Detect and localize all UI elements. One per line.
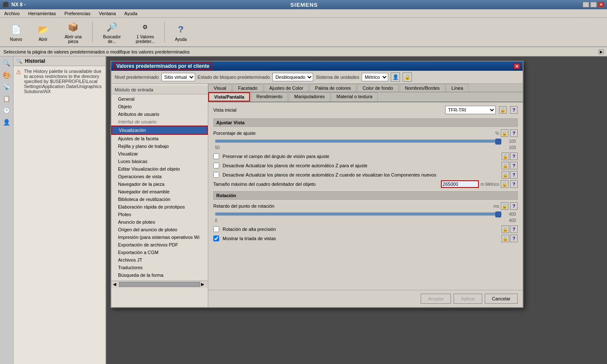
checkbox3[interactable] xyxy=(213,172,219,178)
tab-linea[interactable]: Línea xyxy=(446,84,469,92)
menu-archivo[interactable]: Archivo xyxy=(2,10,22,17)
retardo-help[interactable]: ? xyxy=(510,202,518,210)
slider-fill-2 xyxy=(215,213,501,215)
checkbox3-help[interactable]: ? xyxy=(510,171,518,179)
nav-busqueda[interactable]: Búsqueda de la forma xyxy=(111,271,208,279)
tab-manipuladores[interactable]: Manipuladores xyxy=(289,92,330,102)
tab-facetado[interactable]: Facetado xyxy=(233,84,263,92)
vista-inicial-select[interactable]: TFR-TRI xyxy=(445,106,496,114)
porcentaje-slider[interactable] xyxy=(215,139,502,144)
retardo-slider[interactable] xyxy=(215,211,502,217)
checkbox3-lock[interactable]: 🔒 xyxy=(502,171,509,179)
toolbar-buscador[interactable]: 🔎 Buscadorde... xyxy=(96,19,128,45)
menu-ayuda[interactable]: Ayuda xyxy=(122,10,140,17)
nav-rejilla[interactable]: Rejilla y plano de trabajo xyxy=(111,142,208,150)
checkbox5-lock[interactable]: 🔒 xyxy=(502,235,509,242)
nav-biblioteca[interactable]: Biblioteca de reutilización xyxy=(111,195,208,203)
close-button[interactable]: ✕ xyxy=(598,2,604,8)
nav-exportacion-cgm[interactable]: Exportación a CGM xyxy=(111,249,208,256)
topbar-icon2[interactable]: 🔒 xyxy=(403,72,412,82)
titlebar-title: NX 8 - xyxy=(11,2,26,8)
tab-paleta-colores[interactable]: Paleta de colores xyxy=(309,84,356,92)
checkbox4[interactable] xyxy=(213,226,219,232)
retardo-lock[interactable]: 🔒 xyxy=(501,202,508,210)
nav-luces[interactable]: Luces básicas xyxy=(111,158,208,165)
nav-scroll-thumb[interactable] xyxy=(119,282,200,287)
nav-origen[interactable]: Origen del anuncio de ploteo xyxy=(111,226,208,233)
topbar-icon1[interactable]: 👤 xyxy=(391,72,400,82)
nav-faceta[interactable]: Ajustes de la faceta xyxy=(111,135,208,142)
nav-ploteo[interactable]: Ploteo xyxy=(111,211,208,218)
checkbox1-lock[interactable]: 🔒 xyxy=(502,153,509,160)
nav-editar-vis[interactable]: Editar Visualización del objeto xyxy=(111,165,208,173)
checkbox2-help[interactable]: ? xyxy=(510,162,518,169)
nav-exportacion-pdf[interactable]: Exportación de archivos PDF xyxy=(111,241,208,249)
nav-anuncio[interactable]: Anuncio de ploteo xyxy=(111,218,208,226)
left-icon-user[interactable]: 👤 xyxy=(2,117,12,127)
tamano-lock[interactable]: 🔒 xyxy=(501,180,508,188)
tab-nombres-bordes[interactable]: Nombres/Bordes xyxy=(400,84,446,92)
checkbox5[interactable] xyxy=(213,236,219,241)
checkbox4-lock[interactable]: 🔒 xyxy=(502,225,509,233)
nav-archivos-jt[interactable]: Archivos JT xyxy=(111,256,208,264)
estado-select[interactable]: Desbloqueado xyxy=(272,73,313,81)
tab-material-textura[interactable]: Material o textura xyxy=(331,92,378,102)
toolbar-abrir[interactable]: 📂 Abrir xyxy=(30,19,56,45)
dialog-close-button[interactable]: ✕ xyxy=(513,63,520,69)
checkbox4-help[interactable]: ? xyxy=(510,225,518,233)
nav-impresion[interactable]: Impresión (para sistemas operativos Wi xyxy=(111,233,208,241)
nav-navegador-pieza[interactable]: Navegador de la pieza xyxy=(111,180,208,188)
vista-lock-btn[interactable]: 🔒 xyxy=(499,106,507,114)
aceptar-button[interactable]: Aceptar xyxy=(421,294,451,304)
tab-vista-pantalla[interactable]: Vista/Pantalla xyxy=(208,92,250,102)
toolbar-nuevo-label: Nuevo xyxy=(10,37,22,42)
slider-thumb-1[interactable] xyxy=(495,139,501,145)
tab-ajustes-color[interactable]: Ajustes de Color xyxy=(264,84,309,92)
nav-operaciones[interactable]: Operaciones de vista xyxy=(111,173,208,180)
left-icon-search[interactable]: 🔍 xyxy=(2,58,12,68)
nav-interfaz[interactable]: Interfaz de usuario xyxy=(111,118,208,126)
nav-traductores[interactable]: Traductores xyxy=(111,264,208,271)
left-icon-doc[interactable]: 📋 xyxy=(2,94,12,104)
toolbar-valores[interactable]: ⚙ 1 Valorespredeter... xyxy=(129,19,161,45)
nav-visualizacion[interactable]: Visualización xyxy=(111,126,208,135)
minimize-button[interactable]: ─ xyxy=(583,2,589,8)
porcentaje-help[interactable]: ? xyxy=(510,129,518,137)
nav-elaboracion[interactable]: Elaboración rápida de prototipos xyxy=(111,203,208,211)
porcentaje-lock[interactable]: 🔒 xyxy=(501,129,508,137)
nav-general[interactable]: General xyxy=(111,95,208,103)
toolbar-abrir-pieza[interactable]: 📦 Abrir unapieza xyxy=(57,19,89,45)
checkbox2-lock[interactable]: 🔒 xyxy=(502,162,509,169)
menu-herramientas[interactable]: Herramientas xyxy=(26,10,59,17)
maximize-button[interactable]: □ xyxy=(590,2,597,8)
tab-rendimiento[interactable]: Rendimiento xyxy=(251,92,288,102)
tamano-input[interactable] xyxy=(441,180,479,188)
nav-visualizar[interactable]: Visualizar xyxy=(111,150,208,158)
nav-navegador-ensamble[interactable]: Navegador del ensamble xyxy=(111,188,208,195)
checkbox2[interactable] xyxy=(213,163,219,169)
nav-scroll-left[interactable]: ◀ xyxy=(113,282,118,287)
statusbar-icon[interactable]: ▶ xyxy=(599,49,604,54)
nav-objeto[interactable]: Objeto xyxy=(111,103,208,110)
left-icon-clock[interactable]: 🕐 xyxy=(2,105,12,115)
slider-thumb-2[interactable] xyxy=(495,211,501,217)
tab-color-fondo[interactable]: Color de fondo xyxy=(357,84,398,92)
left-icon-palette[interactable]: 🎨 xyxy=(2,70,12,80)
toolbar-ayuda[interactable]: ? Ayuda xyxy=(168,19,193,45)
checkbox1[interactable] xyxy=(213,153,219,159)
nav-atributos[interactable]: Atributos de usuario xyxy=(111,110,208,118)
cancelar-button[interactable]: Cancelar xyxy=(485,294,518,304)
toolbar-nuevo[interactable]: 📄 Nuevo xyxy=(3,19,29,45)
vista-help-btn[interactable]: ? xyxy=(510,106,518,114)
nav-scroll-right[interactable]: ▶ xyxy=(201,282,206,287)
left-icon-wifi[interactable]: 📡 xyxy=(2,82,12,92)
sistema-select[interactable]: Métrico xyxy=(362,73,388,81)
aplicar-button[interactable]: Aplicar xyxy=(454,294,482,304)
checkbox1-help[interactable]: ? xyxy=(510,153,518,160)
tab-visual[interactable]: Visual xyxy=(208,84,232,92)
checkbox5-help[interactable]: ? xyxy=(510,235,518,242)
menu-ventana[interactable]: Ventana xyxy=(96,10,118,17)
menu-preferencias[interactable]: Preferencias xyxy=(62,10,93,17)
tamano-help[interactable]: ? xyxy=(510,180,518,188)
nivel-select[interactable]: Sitio virtual xyxy=(161,73,195,81)
